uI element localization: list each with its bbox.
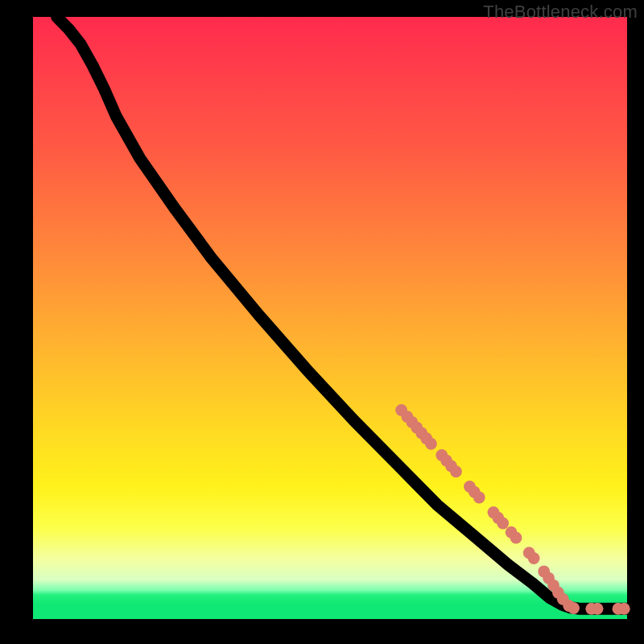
marker-group xyxy=(395,404,630,615)
data-marker xyxy=(425,438,437,450)
data-marker xyxy=(568,602,580,614)
bottleneck-curve xyxy=(57,17,627,609)
data-marker xyxy=(592,603,604,615)
data-marker xyxy=(450,465,462,477)
data-marker xyxy=(473,491,485,503)
chart-svg xyxy=(33,17,627,619)
plot-area xyxy=(33,17,627,619)
data-marker xyxy=(510,532,522,544)
watermark-text: TheBottleneck.com xyxy=(483,2,638,23)
data-marker xyxy=(528,552,540,564)
data-marker xyxy=(618,603,630,615)
data-marker xyxy=(497,518,509,530)
chart-frame: TheBottleneck.com xyxy=(0,0,644,644)
